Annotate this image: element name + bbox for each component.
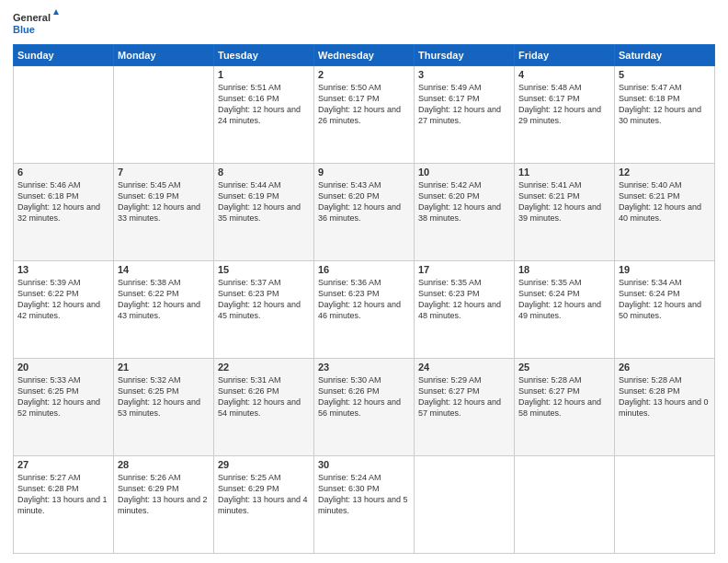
day-info: Sunrise: 5:42 AM Sunset: 6:20 PM Dayligh…: [418, 179, 510, 224]
day-info: Sunrise: 5:25 AM Sunset: 6:29 PM Dayligh…: [218, 472, 310, 517]
week-row-0: 1Sunrise: 5:51 AM Sunset: 6:16 PM Daylig…: [14, 66, 715, 164]
svg-marker-2: [53, 9, 59, 15]
week-row-3: 20Sunrise: 5:33 AM Sunset: 6:25 PM Dayli…: [14, 359, 715, 456]
calendar-cell: 10Sunrise: 5:42 AM Sunset: 6:20 PM Dayli…: [415, 164, 515, 261]
day-number: 15: [218, 264, 310, 275]
day-info: Sunrise: 5:24 AM Sunset: 6:30 PM Dayligh…: [318, 472, 410, 517]
day-number: 25: [518, 362, 610, 373]
calendar-cell: [114, 66, 214, 164]
day-info: Sunrise: 5:32 AM Sunset: 6:25 PM Dayligh…: [118, 374, 210, 419]
day-number: 30: [318, 459, 410, 470]
day-info: Sunrise: 5:45 AM Sunset: 6:19 PM Dayligh…: [118, 179, 210, 224]
calendar-cell: 5Sunrise: 5:47 AM Sunset: 6:18 PM Daylig…: [615, 66, 715, 164]
day-number: 22: [218, 362, 310, 373]
day-number: 18: [518, 264, 610, 275]
calendar-cell: [14, 66, 114, 164]
day-number: 11: [518, 167, 610, 178]
day-info: Sunrise: 5:44 AM Sunset: 6:19 PM Dayligh…: [218, 179, 310, 224]
calendar-cell: 20Sunrise: 5:33 AM Sunset: 6:25 PM Dayli…: [14, 359, 114, 456]
calendar-cell: 13Sunrise: 5:39 AM Sunset: 6:22 PM Dayli…: [14, 261, 114, 359]
calendar-cell: 11Sunrise: 5:41 AM Sunset: 6:21 PM Dayli…: [515, 164, 615, 261]
weekday-header-wednesday: Wednesday: [314, 45, 415, 66]
weekday-header-friday: Friday: [515, 45, 615, 66]
day-number: 5: [619, 69, 711, 80]
day-info: Sunrise: 5:46 AM Sunset: 6:18 PM Dayligh…: [17, 179, 109, 224]
day-number: 19: [619, 264, 711, 275]
day-info: Sunrise: 5:31 AM Sunset: 6:26 PM Dayligh…: [218, 374, 310, 419]
calendar-cell: 2Sunrise: 5:50 AM Sunset: 6:17 PM Daylig…: [314, 66, 415, 164]
day-number: 21: [118, 362, 210, 373]
day-info: Sunrise: 5:43 AM Sunset: 6:20 PM Dayligh…: [318, 179, 410, 224]
weekday-header-thursday: Thursday: [415, 45, 515, 66]
day-info: Sunrise: 5:27 AM Sunset: 6:28 PM Dayligh…: [17, 472, 109, 517]
header: General Blue: [13, 9, 715, 37]
calendar-cell: 1Sunrise: 5:51 AM Sunset: 6:16 PM Daylig…: [214, 66, 314, 164]
day-number: 8: [218, 167, 310, 178]
calendar-cell: 22Sunrise: 5:31 AM Sunset: 6:26 PM Dayli…: [214, 359, 314, 456]
day-number: 13: [17, 264, 109, 275]
day-info: Sunrise: 5:36 AM Sunset: 6:23 PM Dayligh…: [318, 277, 410, 322]
svg-text:General: General: [13, 12, 51, 23]
calendar-cell: 17Sunrise: 5:35 AM Sunset: 6:23 PM Dayli…: [415, 261, 515, 359]
day-info: Sunrise: 5:34 AM Sunset: 6:24 PM Dayligh…: [619, 277, 711, 322]
day-number: 16: [318, 264, 410, 275]
day-info: Sunrise: 5:29 AM Sunset: 6:27 PM Dayligh…: [418, 374, 510, 419]
calendar-cell: 21Sunrise: 5:32 AM Sunset: 6:25 PM Dayli…: [114, 359, 214, 456]
calendar-cell: 19Sunrise: 5:34 AM Sunset: 6:24 PM Dayli…: [615, 261, 715, 359]
day-number: 24: [418, 362, 510, 373]
day-info: Sunrise: 5:48 AM Sunset: 6:17 PM Dayligh…: [518, 82, 610, 127]
week-row-1: 6Sunrise: 5:46 AM Sunset: 6:18 PM Daylig…: [14, 164, 715, 261]
logo: General Blue: [13, 9, 59, 37]
calendar-cell: 26Sunrise: 5:28 AM Sunset: 6:28 PM Dayli…: [615, 359, 715, 456]
day-number: 23: [318, 362, 410, 373]
calendar-cell: 12Sunrise: 5:40 AM Sunset: 6:21 PM Dayli…: [615, 164, 715, 261]
calendar-cell: 29Sunrise: 5:25 AM Sunset: 6:29 PM Dayli…: [214, 456, 314, 554]
calendar-cell: 8Sunrise: 5:44 AM Sunset: 6:19 PM Daylig…: [214, 164, 314, 261]
day-info: Sunrise: 5:38 AM Sunset: 6:22 PM Dayligh…: [118, 277, 210, 322]
page: General Blue SundayMondayTuesdayWednesda…: [0, 0, 728, 563]
calendar-cell: 30Sunrise: 5:24 AM Sunset: 6:30 PM Dayli…: [314, 456, 415, 554]
calendar-cell: [415, 456, 515, 554]
svg-text:Blue: Blue: [13, 24, 35, 35]
day-number: 1: [218, 69, 310, 80]
calendar-cell: [615, 456, 715, 554]
day-info: Sunrise: 5:28 AM Sunset: 6:27 PM Dayligh…: [518, 374, 610, 419]
calendar-cell: 24Sunrise: 5:29 AM Sunset: 6:27 PM Dayli…: [415, 359, 515, 456]
day-number: 28: [118, 459, 210, 470]
calendar-cell: 14Sunrise: 5:38 AM Sunset: 6:22 PM Dayli…: [114, 261, 214, 359]
calendar-cell: 7Sunrise: 5:45 AM Sunset: 6:19 PM Daylig…: [114, 164, 214, 261]
calendar-cell: 15Sunrise: 5:37 AM Sunset: 6:23 PM Dayli…: [214, 261, 314, 359]
day-number: 10: [418, 167, 510, 178]
day-info: Sunrise: 5:28 AM Sunset: 6:28 PM Dayligh…: [619, 374, 711, 419]
day-info: Sunrise: 5:35 AM Sunset: 6:23 PM Dayligh…: [418, 277, 510, 322]
day-info: Sunrise: 5:37 AM Sunset: 6:23 PM Dayligh…: [218, 277, 310, 322]
day-number: 20: [17, 362, 109, 373]
day-number: 6: [17, 167, 109, 178]
week-row-2: 13Sunrise: 5:39 AM Sunset: 6:22 PM Dayli…: [14, 261, 715, 359]
weekday-header-saturday: Saturday: [615, 45, 715, 66]
weekday-header-row: SundayMondayTuesdayWednesdayThursdayFrid…: [14, 45, 715, 66]
day-info: Sunrise: 5:33 AM Sunset: 6:25 PM Dayligh…: [17, 374, 109, 419]
day-info: Sunrise: 5:41 AM Sunset: 6:21 PM Dayligh…: [518, 179, 610, 224]
day-info: Sunrise: 5:26 AM Sunset: 6:29 PM Dayligh…: [118, 472, 210, 517]
weekday-header-sunday: Sunday: [14, 45, 114, 66]
day-number: 4: [518, 69, 610, 80]
day-info: Sunrise: 5:30 AM Sunset: 6:26 PM Dayligh…: [318, 374, 410, 419]
day-number: 3: [418, 69, 510, 80]
day-info: Sunrise: 5:50 AM Sunset: 6:17 PM Dayligh…: [318, 82, 410, 127]
day-number: 26: [619, 362, 711, 373]
day-info: Sunrise: 5:35 AM Sunset: 6:24 PM Dayligh…: [518, 277, 610, 322]
calendar-cell: 6Sunrise: 5:46 AM Sunset: 6:18 PM Daylig…: [14, 164, 114, 261]
day-number: 9: [318, 167, 410, 178]
week-row-4: 27Sunrise: 5:27 AM Sunset: 6:28 PM Dayli…: [14, 456, 715, 554]
weekday-header-tuesday: Tuesday: [214, 45, 314, 66]
calendar-cell: 18Sunrise: 5:35 AM Sunset: 6:24 PM Dayli…: [515, 261, 615, 359]
day-info: Sunrise: 5:51 AM Sunset: 6:16 PM Dayligh…: [218, 82, 310, 127]
day-info: Sunrise: 5:39 AM Sunset: 6:22 PM Dayligh…: [17, 277, 109, 322]
day-info: Sunrise: 5:49 AM Sunset: 6:17 PM Dayligh…: [418, 82, 510, 127]
day-number: 12: [619, 167, 711, 178]
day-number: 7: [118, 167, 210, 178]
calendar-cell: 25Sunrise: 5:28 AM Sunset: 6:27 PM Dayli…: [515, 359, 615, 456]
day-number: 2: [318, 69, 410, 80]
calendar-cell: 9Sunrise: 5:43 AM Sunset: 6:20 PM Daylig…: [314, 164, 415, 261]
